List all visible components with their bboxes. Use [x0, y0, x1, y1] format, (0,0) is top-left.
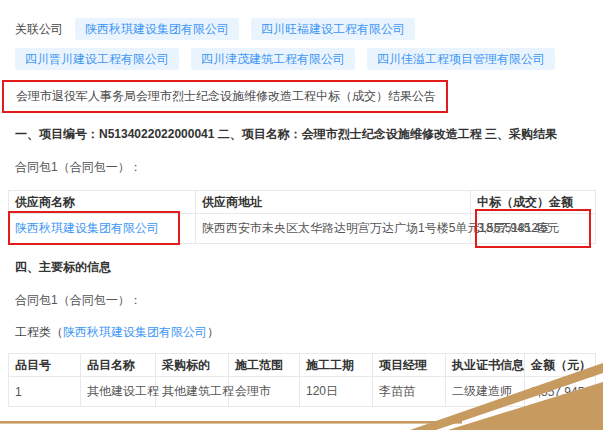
company-chip[interactable]: 四川旺福建设工程有限公司: [251, 18, 415, 40]
gold-line: [0, 421, 462, 424]
bid-amount: 3,557,945.45元: [477, 221, 559, 235]
company-chip[interactable]: 四川佳溢工程项目管理有限公司: [367, 48, 555, 70]
column-header-bid-amount: 中标（成交）金额: [471, 191, 596, 214]
result-table-header-row: 供应商名称 供应商地址 中标（成交）金额: [9, 191, 596, 214]
category-line: 工程类（陕西秋琪建设集团有限公司）: [15, 324, 595, 341]
announcement-page: 关联公司 陕西秋琪建设集团有限公司 四川旺福建设工程有限公司 四川晋川建设工程有…: [0, 0, 603, 430]
gold-ribbon-decoration: [0, 350, 603, 430]
result-table: 供应商名称 供应商地址 中标（成交）金额 陕西秋琪建设集团有限公司 陕西西安市未…: [8, 190, 596, 244]
supplier-address: 陕西西安市未央区太华路达明宫万达广场1号楼5单元18层51812室: [196, 214, 471, 244]
package-label: 合同包1（合同包一）：: [15, 159, 595, 176]
related-companies-row: 关联公司 陕西秋琪建设集团有限公司 四川旺福建设工程有限公司 四川晋川建设工程有…: [8, 18, 588, 70]
annotation-box-title: 会理市退役军人事务局会理市烈士纪念设施维修改造工程中标（成交）结果公告: [2, 80, 448, 113]
company-chip[interactable]: 四川晋川建设工程有限公司: [15, 48, 179, 70]
category-company-link[interactable]: 陕西秋琪建设集团有限公司: [63, 325, 207, 339]
column-header-supplier-name: 供应商名称: [9, 191, 196, 214]
column-header-supplier-address: 供应商地址: [196, 191, 471, 214]
announcement-title: 会理市退役军人事务局会理市烈士纪念设施维修改造工程中标（成交）结果公告: [16, 89, 436, 103]
table-row: 陕西秋琪建设集团有限公司 陕西西安市未央区太华路达明宫万达广场1号楼5单元18层…: [9, 214, 596, 244]
company-chip[interactable]: 四川津茂建筑工程有限公司: [191, 48, 355, 70]
category-suffix: ）: [207, 325, 219, 339]
company-chip[interactable]: 陕西秋琪建设集团有限公司: [75, 18, 239, 40]
project-meta-line: 一、项目编号：N5134022022000041 二、项目名称：会理市烈士纪念设…: [15, 126, 595, 143]
related-companies-label: 关联公司: [15, 18, 63, 40]
supplier-link[interactable]: 陕西秋琪建设集团有限公司: [15, 221, 159, 235]
package-label: 合同包1（合同包一）：: [15, 292, 595, 309]
section-title-main-subject: 四、主要标的信息: [15, 259, 595, 276]
category-prefix: 工程类（: [15, 325, 63, 339]
gold-corner-triangle: [448, 382, 603, 430]
